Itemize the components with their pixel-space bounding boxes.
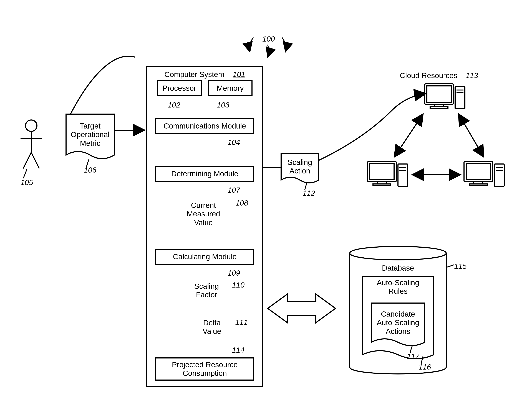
- current-measured-value-doc: CurrentMeasuredValue: [180, 196, 227, 232]
- scaling-action-ref: 112: [303, 189, 315, 198]
- database-ref: 115: [454, 262, 467, 271]
- calculating-module-ref: 109: [228, 269, 240, 277]
- calculating-module-label: Calculating Module: [173, 252, 237, 261]
- memory-label: Memory: [217, 84, 244, 92]
- communications-module-box: Communications Module: [155, 118, 254, 134]
- user-ref: 105: [20, 178, 33, 187]
- calculating-module-box: Calculating Module: [155, 249, 254, 265]
- communications-module-label: Communications Module: [163, 122, 246, 130]
- computer-icon: [425, 84, 466, 109]
- computer-system-title: Computer System: [164, 70, 224, 79]
- svg-line-34: [459, 114, 484, 157]
- memory-ref: 103: [217, 101, 229, 109]
- user-icon: [25, 119, 38, 169]
- database-icon: [350, 246, 446, 376]
- determining-module-box: Determining Module: [155, 166, 254, 182]
- target-operational-metric-label: TargetOperationalMetric: [66, 122, 114, 148]
- communications-module-ref: 104: [228, 138, 240, 147]
- computer-system-title-row: Computer System 101: [164, 70, 245, 79]
- figure-ref: 100: [262, 35, 275, 43]
- scaling-action-label: ScalingAction: [281, 158, 319, 175]
- processor-ref: 102: [168, 101, 180, 109]
- target-operational-metric-doc: TargetOperationalMetric: [66, 114, 114, 155]
- processor-box: Processor: [157, 80, 202, 96]
- cloud-resources-title-row: Cloud Resources 113: [394, 71, 484, 80]
- projected-resource-consumption-box: Projected ResourceConsumption: [155, 357, 254, 381]
- current-measured-value-label: CurrentMeasuredValue: [180, 201, 227, 227]
- target-operational-metric-ref: 106: [84, 166, 96, 174]
- svg-line-33: [394, 114, 423, 157]
- determining-module-label: Determining Module: [171, 170, 238, 178]
- scaling-factor-label: ScalingFactor: [189, 282, 224, 299]
- processor-label: Processor: [162, 84, 196, 92]
- scaling-factor-ref: 110: [232, 281, 245, 289]
- determining-module-ref: 107: [228, 186, 240, 194]
- scaling-factor-doc: ScalingFactor: [189, 278, 224, 303]
- projected-resource-consumption-label: Projected ResourceConsumption: [172, 360, 238, 378]
- cloud-resources-ref: 113: [466, 71, 478, 80]
- double-arrow-icon: [268, 294, 335, 323]
- delta-value-doc: DeltaValue: [196, 316, 228, 339]
- scaling-action-doc: ScalingAction: [281, 153, 319, 180]
- delta-value-label: DeltaValue: [196, 319, 228, 336]
- projected-resource-consumption-ref: 114: [232, 346, 245, 354]
- current-measured-value-ref: 108: [236, 199, 248, 207]
- memory-box: Memory: [208, 80, 253, 96]
- computer-system-ref: 101: [233, 70, 245, 79]
- cloud-resources-title: Cloud Resources: [400, 71, 457, 80]
- computer-icon: [368, 161, 409, 186]
- computer-icon: [464, 161, 505, 186]
- delta-value-ref: 111: [235, 318, 248, 327]
